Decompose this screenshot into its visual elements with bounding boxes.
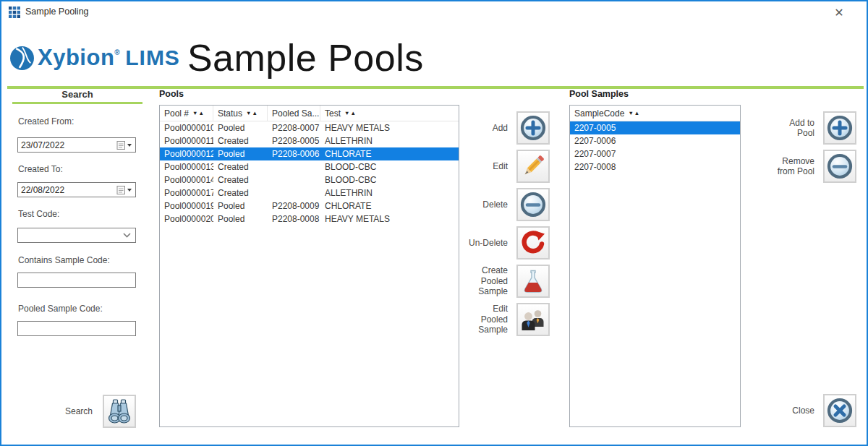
- dropdown-arrow-icon[interactable]: [127, 144, 132, 147]
- edit-pooled-sample-button[interactable]: [516, 303, 550, 336]
- pools-row-selected[interactable]: Pool0000012PooledP2208-0006CHLORATE: [160, 147, 459, 160]
- created-from-label: Created From:: [18, 116, 74, 126]
- pools-table: Pool #▼▲ Status▼▲ Pooled Sa... Test▼▲ Po…: [159, 105, 459, 427]
- sample-row[interactable]: 2207-0007: [570, 147, 740, 160]
- window-close-button[interactable]: ✕: [830, 4, 848, 22]
- pool-samples-table-header: SampleCode▼▲: [570, 106, 740, 121]
- add-to-pool-button[interactable]: [823, 111, 856, 145]
- page-header: Xybion® LIMS Sample Pools: [9, 39, 424, 77]
- pool-samples-title: Pool Samples: [569, 89, 629, 99]
- pools-table-body: Pool0000010PooledP2208-0007HEAVY METALS …: [160, 121, 459, 226]
- edit-pooled-sample-action: Edit Pooled Sample: [456, 301, 550, 338]
- brand-product: LIMS: [125, 46, 180, 70]
- contains-sample-code-label: Contains Sample Code:: [18, 255, 110, 265]
- create-pooled-sample-action: Create Pooled Sample: [456, 263, 550, 299]
- pool-samples-table-body: 2207-0005 2207-0006 2207-0007 2207-0008: [570, 121, 740, 173]
- page-title: Sample Pools: [187, 39, 424, 77]
- pooled-sample-code-input[interactable]: [17, 321, 136, 336]
- undo-arrow-icon: [519, 229, 547, 257]
- add-to-pool-label: Add to Pool: [745, 118, 814, 139]
- search-action: Search: [43, 395, 136, 428]
- remove-circle-icon: [519, 191, 547, 218]
- brand-name: Xybion®: [38, 45, 120, 71]
- pools-row[interactable]: Pool0000011CreatedP2208-0005ALLETHRIN: [160, 134, 459, 147]
- remove-circle-icon: [826, 153, 854, 180]
- created-to-label: Created To:: [18, 164, 63, 174]
- sample-row[interactable]: 2207-0008: [570, 160, 740, 173]
- search-button-label: Search: [43, 406, 93, 416]
- remove-from-pool-action: Remove from Pool: [745, 148, 856, 184]
- remove-from-pool-button[interactable]: [823, 150, 856, 183]
- sort-icons: ▼▲: [628, 110, 640, 116]
- contains-sample-code-input[interactable]: [17, 273, 136, 288]
- edit-action: Edit: [456, 148, 550, 184]
- delete-button-label: Delete: [456, 200, 508, 210]
- sort-icons: ▼▲: [246, 110, 258, 116]
- pools-table-header: Pool #▼▲ Status▼▲ Pooled Sa... Test▼▲: [160, 106, 459, 121]
- chevron-down-icon: [123, 233, 131, 238]
- remove-from-pool-label: Remove from Pool: [745, 156, 814, 177]
- pools-title: Pools: [159, 89, 184, 99]
- test-code-select[interactable]: [17, 228, 136, 243]
- add-action: Add: [456, 110, 550, 146]
- sample-pooling-window: Sample Pooling ✕ Xybion® LIMS Sample Poo…: [0, 0, 868, 446]
- flask-icon: [519, 267, 547, 295]
- pools-col-pooled-sample[interactable]: Pooled Sa...: [268, 106, 320, 121]
- divider: [7, 86, 864, 89]
- titlebar: Sample Pooling ✕: [1, 1, 867, 23]
- sort-icons: ▼▲: [192, 110, 205, 116]
- app-grid-icon: [9, 7, 20, 18]
- pools-row[interactable]: Pool0000013CreatedBLOOD-CBC: [160, 160, 459, 173]
- binoculars-icon: [105, 397, 134, 426]
- pools-col-test[interactable]: Test▼▲: [320, 106, 459, 121]
- delete-action: Delete: [456, 186, 550, 223]
- pools-col-status[interactable]: Status▼▲: [213, 106, 268, 121]
- registered-mark: ®: [114, 48, 120, 56]
- close-button-label: Close: [745, 406, 814, 416]
- dropdown-arrow-icon[interactable]: [127, 189, 132, 192]
- close-action: Close: [745, 393, 856, 429]
- edit-pooled-sample-label: Edit Pooled Sample: [456, 304, 508, 335]
- pools-row[interactable]: Pool0000019PooledP2208-0009CHLORATE: [160, 200, 459, 213]
- sample-row[interactable]: 2207-0006: [570, 134, 740, 147]
- pools-row[interactable]: Pool0000017CreatedALLETHRIN: [160, 186, 459, 200]
- delete-button[interactable]: [516, 188, 550, 221]
- undelete-button-label: Un-Delete: [456, 238, 508, 248]
- add-to-pool-action: Add to Pool: [745, 110, 856, 146]
- sort-icons: ▼▲: [344, 110, 357, 116]
- pooled-sample-code-label: Pooled Sample Code:: [18, 304, 103, 314]
- calendar-icon: [116, 185, 126, 195]
- create-pooled-sample-label: Create Pooled Sample: [456, 265, 508, 296]
- pools-row[interactable]: Pool0000020PooledP2208-0008HEAVY METALS: [160, 213, 459, 226]
- samples-col-samplecode[interactable]: SampleCode▼▲: [570, 106, 740, 121]
- add-button-label: Add: [456, 123, 508, 133]
- undelete-button[interactable]: [516, 226, 550, 260]
- pencil-icon: [519, 153, 547, 180]
- xybion-globe-icon: [9, 46, 35, 71]
- add-button[interactable]: [516, 111, 550, 145]
- pool-samples-table: SampleCode▼▲ 2207-0005 2207-0006 2207-00…: [569, 105, 741, 427]
- edit-button[interactable]: [516, 150, 550, 183]
- search-button[interactable]: [103, 395, 136, 428]
- pools-row[interactable]: Pool0000014CreatedBLOOD-CBC: [160, 173, 459, 186]
- undelete-action: Un-Delete: [456, 225, 550, 261]
- add-circle-icon: [826, 114, 854, 142]
- pools-col-pool[interactable]: Pool #▼▲: [160, 106, 213, 121]
- pools-row[interactable]: Pool0000010PooledP2208-0007HEAVY METALS: [160, 121, 459, 134]
- calendar-icon: [116, 140, 126, 150]
- test-code-label: Test Code:: [18, 209, 59, 219]
- created-to-input[interactable]: 22/08/2022: [17, 182, 136, 197]
- sample-row-selected[interactable]: 2207-0005: [570, 121, 740, 134]
- search-title-underline: [12, 102, 142, 104]
- users-icon: [519, 306, 547, 333]
- create-pooled-sample-button[interactable]: [516, 265, 550, 298]
- add-circle-icon: [519, 114, 547, 142]
- created-from-input[interactable]: 23/07/2022: [17, 137, 136, 153]
- close-button[interactable]: [823, 394, 856, 427]
- edit-button-label: Edit: [456, 161, 508, 171]
- window-title: Sample Pooling: [25, 7, 89, 17]
- close-circle-icon: [826, 397, 854, 424]
- search-panel-title: Search: [12, 89, 142, 100]
